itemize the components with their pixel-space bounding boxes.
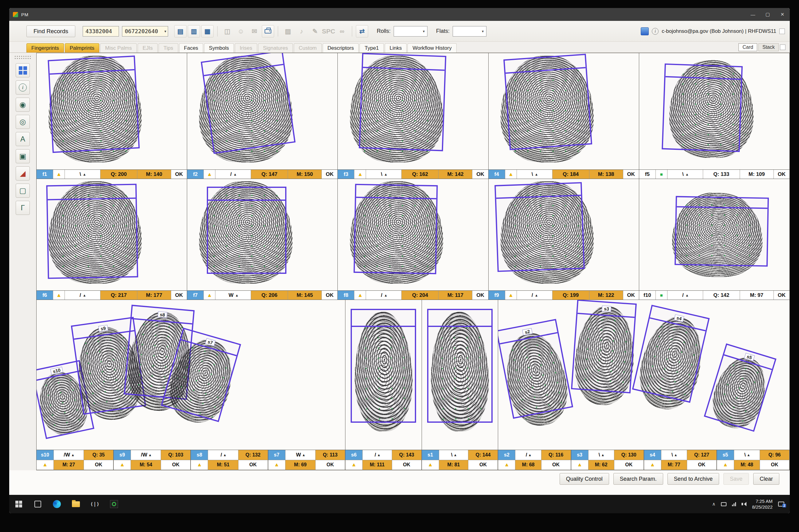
search-param--button[interactable]: Search Param.: [613, 473, 663, 485]
flats-select[interactable]: ▾: [453, 26, 487, 37]
clear-button[interactable]: Clear: [753, 473, 779, 485]
tab-irises[interactable]: Irises: [235, 43, 257, 53]
segmentation-box[interactable]: [351, 309, 416, 423]
file-explorer[interactable]: [66, 495, 86, 513]
segmentation-box[interactable]: [207, 187, 286, 273]
segmentation-box[interactable]: [674, 196, 769, 266]
hidden-icons-chevron[interactable]: ∧: [712, 501, 715, 507]
segmentation-box[interactable]: s5: [704, 343, 776, 432]
start-button[interactable]: [9, 495, 28, 513]
tab-signatures[interactable]: Signatures: [258, 43, 293, 53]
view-mode-card[interactable]: Card: [739, 43, 757, 51]
preview-visibility-icon[interactable]: ◉: [16, 98, 30, 112]
minimize-button[interactable]: —: [746, 8, 760, 21]
afis-app[interactable]: [105, 495, 124, 513]
pattern-dropdown[interactable]: \▴: [734, 450, 760, 460]
find-records-button[interactable]: Find Records: [26, 25, 75, 37]
pattern-dropdown[interactable]: /▴: [668, 291, 703, 300]
notification-center-icon[interactable]: 2: [778, 501, 784, 507]
corner-tool-icon[interactable]: Γ: [16, 201, 30, 215]
tab-palmprints[interactable]: Palmprints: [65, 43, 99, 53]
tab-custom[interactable]: Custom: [294, 43, 322, 53]
tab-type1[interactable]: Type1: [360, 43, 383, 53]
tab-tips[interactable]: Tips: [159, 43, 178, 53]
slap-left-cell-s10[interactable]: s10s9s8s7s10/W▴Q: 35▲M: 27OKs9/W▴Q: 103▲…: [37, 300, 345, 470]
dev-app[interactable]: ⟨|⟩: [86, 495, 105, 513]
save-card-icon[interactable]: ▤: [174, 25, 186, 37]
pattern-dropdown[interactable]: /▴: [515, 450, 541, 460]
tab-symbols[interactable]: Symbols: [204, 43, 234, 53]
segmentation-box[interactable]: [427, 309, 493, 423]
network-icon[interactable]: [732, 502, 736, 506]
task-view-button[interactable]: [28, 495, 47, 513]
view-mode-stack[interactable]: Stack: [759, 43, 779, 51]
volume-icon[interactable]: [742, 502, 746, 506]
pattern-dropdown[interactable]: /▴: [208, 450, 238, 460]
pattern-dropdown[interactable]: /▴: [517, 291, 552, 300]
finger-cell-f7[interactable]: f7▲W▴Q: 206M: 145OK: [187, 179, 338, 300]
tab-misc-palms[interactable]: Misc Palms: [100, 43, 137, 53]
transfer-icon[interactable]: ⇄: [356, 25, 368, 37]
finger-cell-f10[interactable]: f10■/▴Q: 142M: 97OK: [639, 179, 790, 300]
print-icon[interactable]: [262, 25, 274, 37]
close-button[interactable]: ✕: [775, 8, 790, 21]
pattern-dropdown[interactable]: W▴: [286, 450, 315, 460]
taskbar-clock[interactable]: 7:25 AM 8/25/2022: [752, 498, 773, 510]
finger-cell-f9[interactable]: f9▲/▴Q: 199M: 122OK: [489, 179, 639, 300]
annotation-visibility-icon[interactable]: A: [16, 132, 30, 146]
finger-cell-f3[interactable]: f3▲\▴Q: 162M: 142OK: [338, 53, 488, 179]
pattern-dropdown[interactable]: \▴: [517, 170, 552, 179]
tile-view-icon[interactable]: [16, 63, 30, 77]
finger-cell-f6[interactable]: f6▲/▴Q: 217M: 177OK: [37, 179, 187, 300]
pattern-dropdown[interactable]: /▴: [363, 450, 392, 460]
pattern-dropdown[interactable]: \▴: [661, 450, 687, 460]
tab-ejis[interactable]: EJIs: [138, 43, 158, 53]
pattern-dropdown[interactable]: \▴: [65, 170, 101, 179]
tab-fingerprints[interactable]: Fingerprints: [26, 43, 64, 53]
pattern-dropdown[interactable]: /W▴: [131, 450, 161, 460]
duplicate-print-icon[interactable]: ▣: [16, 149, 30, 163]
maximize-button[interactable]: ▢: [760, 8, 775, 21]
send-to-archive-button[interactable]: Send to Archive: [668, 473, 719, 485]
finger-cell-f8[interactable]: f8▲/▴Q: 204M: 117OK: [338, 179, 488, 300]
thumb-cell-s1[interactable]: s1\▴Q: 144▲M: 81OK: [422, 300, 498, 470]
quality-control-button[interactable]: Quality Control: [560, 473, 609, 485]
pin-icon[interactable]: [780, 44, 785, 50]
tab-links[interactable]: Links: [385, 43, 407, 53]
slap-right-cell-s2[interactable]: s2s3s4s5s2/▴Q: 116▲M: 68OKs3\▴Q: 130▲M: …: [498, 300, 790, 470]
pattern-dropdown[interactable]: /▴: [65, 291, 101, 300]
minutiae-visibility-icon[interactable]: ◎: [16, 115, 30, 129]
tab-descriptors[interactable]: Descriptors: [323, 43, 359, 53]
segmentation-box[interactable]: [48, 56, 140, 153]
display-tray-icon[interactable]: [721, 502, 726, 506]
finger-cell-f4[interactable]: f4▲\▴Q: 184M: 138OK: [489, 53, 639, 179]
record-number-input[interactable]: [83, 26, 119, 37]
pattern-dropdown[interactable]: /W▴: [54, 450, 84, 460]
dropdown-caret-icon[interactable]: ▾: [164, 29, 166, 34]
segmentation-box[interactable]: [503, 54, 592, 150]
edge-browser[interactable]: [47, 495, 66, 513]
info-icon[interactable]: i: [16, 80, 30, 95]
pattern-dropdown[interactable]: W▴: [215, 291, 251, 300]
tab-faces[interactable]: Faces: [179, 43, 203, 53]
segmentation-box[interactable]: [47, 184, 138, 279]
pattern-dropdown[interactable]: /▴: [366, 291, 402, 300]
tab-workflow-history[interactable]: Workflow History: [407, 43, 456, 53]
pattern-dropdown[interactable]: \▴: [588, 450, 614, 460]
segmentation-box[interactable]: [354, 184, 438, 274]
pattern-dropdown[interactable]: \▴: [366, 170, 402, 179]
finger-cell-f5[interactable]: f5■\▴Q: 133M: 109OK: [639, 53, 790, 179]
pattern-dropdown[interactable]: /▴: [215, 170, 251, 179]
finger-cell-f1[interactable]: f1▲\▴Q: 200M: 140OK: [37, 53, 187, 179]
segmentation-box[interactable]: s2: [498, 319, 573, 419]
workspace-icon[interactable]: [641, 27, 649, 35]
capture-icon[interactable]: ▦: [201, 25, 214, 37]
segmentation-box[interactable]: [494, 182, 584, 272]
segmentation-box[interactable]: [201, 53, 296, 154]
segmentation-box[interactable]: [661, 63, 743, 152]
pattern-dropdown[interactable]: \▴: [439, 450, 469, 460]
layout-toggle-icon[interactable]: [779, 28, 785, 34]
transaction-number-input[interactable]: [122, 26, 168, 37]
segmentation-box[interactable]: s4: [632, 305, 710, 403]
rolls-select[interactable]: ▾: [394, 26, 428, 37]
